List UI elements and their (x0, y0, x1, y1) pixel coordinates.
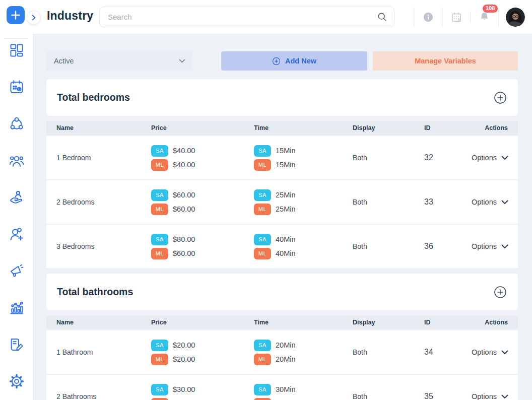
chevron-right-icon (31, 15, 36, 21)
table-row: 2 BathroomsSA$30.00ML$30.00SA30MinML30Mi… (46, 375, 518, 400)
pair-value-text: 15Min (276, 147, 296, 155)
sa-badge: SA (151, 145, 168, 157)
pair-value-text: 40Min (276, 235, 296, 243)
options-button[interactable]: Options (472, 242, 508, 250)
section-title: Total bathrooms (57, 286, 133, 298)
table-row: 2 BedroomsSA$60.00ML$60.00SA25MinML25Min… (46, 180, 518, 224)
megaphone-icon (9, 263, 24, 279)
app-logo-button[interactable] (7, 6, 25, 24)
sa-badge: SA (254, 189, 271, 201)
page-title: Industry (47, 9, 93, 23)
header-divider (498, 8, 499, 27)
sidebar-item-team[interactable] (9, 153, 25, 169)
ml-badge: ML (151, 248, 168, 259)
add-item-button[interactable] (494, 91, 507, 104)
dashboard-icon (9, 43, 24, 58)
notifications-button[interactable]: 108 (471, 11, 498, 23)
id-cell: 34 (424, 348, 472, 357)
pair-value-text: 25Min (276, 191, 296, 199)
sidebar-divider (4, 38, 28, 39)
id-cell: 33 (424, 197, 472, 207)
column-header: Actions (472, 124, 508, 131)
calendar-icon (9, 80, 24, 95)
sa-value-pair: SA$20.00 (151, 340, 254, 351)
analytics-icon (9, 300, 24, 315)
add-person-icon (9, 227, 24, 242)
options-label: Options (472, 198, 497, 206)
avatar-photo-icon (506, 8, 525, 27)
sidebar-item-settings[interactable] (9, 373, 25, 389)
ml-value-pair: ML$60.00 (151, 248, 254, 259)
notebook-edit-icon (9, 337, 24, 352)
client-service-icon (9, 190, 24, 205)
sections: Total bedroomsNamePriceTimeDisplayIDActi… (46, 79, 518, 400)
pair-value-text: $40.00 (173, 147, 195, 155)
ml-badge: ML (151, 398, 168, 400)
sa-badge: SA (151, 189, 168, 201)
top-header: Industry 108 (33, 0, 532, 34)
ml-value-pair: ML$20.00 (151, 354, 254, 365)
network-icon (9, 116, 24, 131)
column-header: ID (424, 319, 472, 326)
sidebar-item-add-person[interactable] (9, 226, 25, 242)
add-new-label: Add New (285, 57, 316, 65)
sa-badge: SA (254, 384, 271, 395)
display-cell: Both (353, 348, 424, 356)
search-icon[interactable] (377, 12, 387, 24)
display-cell: Both (353, 198, 424, 206)
plus-icon (11, 10, 21, 20)
sa-value-pair: SA$60.00 (151, 189, 254, 201)
sidebar-item-calendar[interactable] (9, 79, 25, 95)
options-button[interactable]: Options (472, 348, 508, 356)
options-button[interactable]: Options (472, 154, 508, 162)
actions-cell: Options (472, 392, 508, 400)
column-header: Price (151, 319, 254, 326)
display-cell: Both (353, 242, 424, 250)
time-cell: SA15MinML15Min (254, 145, 353, 171)
sa-badge: SA (254, 145, 271, 157)
search-input[interactable] (99, 7, 394, 27)
table-row: 1 BathroomSA$20.00ML$20.00SA20MinML20Min… (46, 330, 518, 374)
ml-value-pair: ML20Min (254, 354, 353, 365)
sa-value-pair: SA15Min (254, 145, 353, 157)
chevron-down-icon (179, 59, 185, 63)
sidebar-item-analytics[interactable] (9, 300, 25, 316)
sidebar-item-network[interactable] (9, 116, 25, 132)
manage-variables-button[interactable]: Manage Variables (373, 51, 518, 71)
avatar[interactable] (506, 8, 525, 27)
pair-value-text: $30.00 (173, 385, 195, 393)
ml-badge: ML (254, 159, 271, 171)
pair-value-text: $20.00 (173, 355, 195, 363)
status-filter-select[interactable]: Active (46, 51, 193, 71)
info-button[interactable] (414, 12, 442, 23)
chevron-down-icon (501, 350, 508, 355)
id-cell: 32 (424, 153, 472, 162)
options-label: Options (472, 154, 497, 162)
bell-icon (479, 11, 490, 23)
sidebar-item-dashboard[interactable] (9, 42, 25, 58)
ml-badge: ML (254, 398, 271, 400)
sa-value-pair: SA$40.00 (151, 145, 254, 157)
chevron-down-icon (501, 394, 508, 399)
sa-value-pair: SA$80.00 (151, 234, 254, 245)
sa-value-pair: SA20Min (254, 340, 353, 351)
sidebar-item-client-service[interactable] (9, 189, 25, 206)
add-new-button[interactable]: Add New (221, 51, 367, 71)
ml-badge: ML (151, 354, 168, 365)
price-cell: SA$80.00ML$60.00 (151, 234, 254, 259)
options-button[interactable]: Options (472, 392, 508, 400)
ml-value-pair: ML$60.00 (151, 204, 254, 215)
sidebar-item-marketing[interactable] (9, 263, 25, 279)
sidebar-collapse-button[interactable] (27, 11, 41, 25)
add-item-button[interactable] (494, 286, 507, 299)
actions-cell: Options (472, 348, 508, 356)
sidebar-item-notes[interactable] (9, 337, 25, 353)
column-header: Display (353, 124, 424, 131)
add-item-circle-icon (494, 286, 507, 299)
calendar-button[interactable] (442, 12, 470, 23)
display-cell: Both (353, 154, 424, 162)
sa-value-pair: SA30Min (254, 384, 353, 395)
options-button[interactable]: Options (472, 198, 508, 206)
sa-value-pair: SA25Min (254, 189, 353, 201)
table-header-row: NamePriceTimeDisplayIDActions (46, 121, 518, 135)
